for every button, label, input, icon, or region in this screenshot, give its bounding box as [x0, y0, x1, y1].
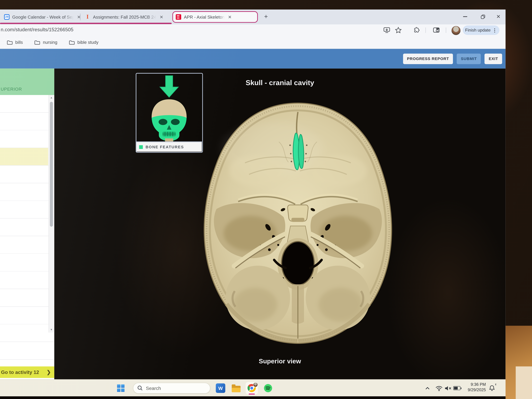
folder-front [232, 388, 241, 392]
tab-apr-axial-skeleton-active[interactable]: APR - Axial Skeleton ✕ [172, 11, 258, 23]
bookmark-folder-bills[interactable]: bills [7, 40, 23, 45]
chrome-profile-badge [253, 382, 258, 387]
chevron-right-icon: ❯ [47, 369, 51, 375]
restore-icon [481, 14, 485, 19]
laptop-screen: 29 Google Calendar - Week of Sep ✕ I Ass… [0, 10, 506, 396]
paper-on-table [516, 366, 532, 399]
close-icon[interactable]: ✕ [159, 14, 164, 19]
mcgraw-hill-icon [176, 14, 181, 20]
folder-icon [34, 40, 40, 44]
sidebar-scrollbar[interactable]: ▲ ▼ [49, 95, 54, 333]
search-tabs-icon[interactable] [432, 26, 440, 34]
finish-update-label: Finish update [465, 28, 491, 33]
tab-title: Assignments: Fall 2025-MCB 24 [93, 14, 156, 19]
bone-features-swatch [139, 145, 143, 149]
viewer-title: Skull - cranial cavity [54, 79, 506, 87]
close-icon[interactable]: ✕ [76, 14, 81, 19]
bookmark-label: bible study [77, 40, 98, 45]
windows-logo-icon [117, 388, 120, 392]
orientation-thumbnail-image [136, 74, 202, 141]
bone-features-label: BONE FEATURES [146, 145, 184, 149]
search-label: Search [146, 385, 161, 391]
bookmark-folder-bible-study[interactable]: bible study [69, 40, 98, 45]
windows-taskbar: Search W [0, 379, 506, 396]
folder-icon [7, 40, 13, 44]
structure-list[interactable] [0, 95, 54, 366]
highlighted-structure-crista-galli [293, 133, 304, 170]
finish-update-button[interactable]: Finish update ⋮ [463, 25, 499, 35]
scrollbar-thumb[interactable] [50, 102, 53, 227]
windows-logo-icon [121, 388, 125, 392]
apr-header-bar: PROGRESS REPORT SUBMIT EXIT [0, 49, 506, 69]
scroll-down-arrow[interactable]: ▼ [49, 327, 54, 333]
sidebar-header: UPERIOR [0, 69, 54, 95]
extensions-puzzle-icon[interactable] [413, 26, 421, 34]
restore-button[interactable] [478, 12, 488, 21]
bookmarks-bar: bills nursing bible study [0, 36, 506, 49]
skull-superior-view-image[interactable] [194, 101, 402, 347]
tray-time: 9:36 PM [462, 382, 486, 387]
do-not-disturb-z: z [495, 383, 496, 386]
close-window-button[interactable]: ✕ [493, 12, 504, 21]
windows-logo-icon [117, 384, 120, 388]
windows-logo-icon [121, 384, 125, 388]
start-button[interactable] [117, 384, 125, 392]
word-app-icon[interactable]: W [216, 383, 225, 393]
browser-toolbar: n.com/student/results/152266505 Finish u… [0, 24, 506, 36]
toolbar-divider [425, 27, 426, 33]
sidebar-header-label: UPERIOR [1, 87, 22, 92]
tray-date: 9/29/2025 [462, 387, 486, 393]
highlighted-list-row[interactable] [0, 148, 48, 165]
tray-clock[interactable]: 9:36 PM 9/29/2025 [462, 382, 486, 393]
tab-google-calendar[interactable]: 29 Google Calendar - Week of Sep ✕ [1, 11, 84, 23]
tray-show-hidden-icons[interactable] [423, 383, 432, 393]
exit-button[interactable]: EXIT [485, 53, 502, 64]
battery-icon[interactable] [452, 383, 461, 393]
toolbar-divider [446, 27, 446, 33]
taskbar-search-box[interactable]: Search [133, 383, 210, 394]
scroll-up-arrow[interactable]: ▲ [49, 95, 54, 100]
anatomy-viewer[interactable]: Skull - cranial cavity BONE FEATURES [54, 69, 506, 379]
battery-glyph [453, 386, 460, 390]
spotify-app-icon[interactable] [263, 383, 273, 393]
minimize-icon [463, 16, 467, 17]
bookmark-folder-nursing[interactable]: nursing [34, 40, 57, 45]
thumbnail-legend: BONE FEATURES [136, 141, 202, 152]
install-app-icon[interactable] [383, 26, 391, 34]
laptop-bezel [0, 396, 506, 399]
profile-avatar[interactable] [451, 26, 461, 35]
go-to-activity-label: Go to activity 12 [1, 369, 39, 375]
close-icon[interactable]: ✕ [227, 14, 232, 19]
notifications-bell-icon[interactable]: z [487, 383, 497, 393]
tab-title: Google Calendar - Week of Sep [12, 14, 74, 19]
three-dot-menu-icon[interactable]: ⋮ [492, 27, 497, 33]
bookmark-label: bills [15, 40, 23, 45]
tab-assignments[interactable]: I Assignments: Fall 2025-MCB 24 ✕ [82, 11, 175, 23]
screen-reflection [387, 197, 506, 379]
chevron-up-icon [425, 386, 430, 390]
folder-icon [69, 40, 75, 44]
bookmark-label: nursing [43, 40, 57, 45]
photo-background: 29 Google Calendar - Week of Sep ✕ I Ass… [0, 0, 532, 399]
structure-list-sidebar: UPERIOR ▲ ▼ Go to activity 12 ❯ [0, 69, 54, 379]
wifi-icon[interactable] [434, 383, 444, 393]
chrome-running-indicator [249, 394, 255, 395]
volume-muted-icon[interactable] [443, 383, 453, 393]
google-calendar-icon: 29 [4, 14, 10, 20]
go-to-activity-button[interactable]: Go to activity 12 ❯ [0, 366, 54, 378]
folder-icon [232, 386, 241, 392]
bookmark-star-icon[interactable] [394, 26, 402, 34]
illinois-block-i-icon: I [85, 14, 90, 20]
tab-strip: 29 Google Calendar - Week of Sep ✕ I Ass… [0, 10, 506, 24]
minimize-button[interactable] [460, 12, 470, 21]
tab-title: APR - Axial Skeleton [184, 14, 225, 19]
file-explorer-icon[interactable] [231, 383, 241, 393]
new-tab-button[interactable]: + [261, 12, 271, 22]
tab-group-underline [0, 23, 172, 24]
submit-button[interactable]: SUBMIT [457, 53, 481, 64]
orientation-thumbnail[interactable]: BONE FEATURES [136, 73, 203, 153]
view-caption: Superior view [54, 358, 506, 365]
search-icon [137, 385, 143, 391]
url-address[interactable]: n.com/student/results/152266505 [1, 27, 73, 32]
progress-report-button[interactable]: PROGRESS REPORT [403, 53, 453, 64]
